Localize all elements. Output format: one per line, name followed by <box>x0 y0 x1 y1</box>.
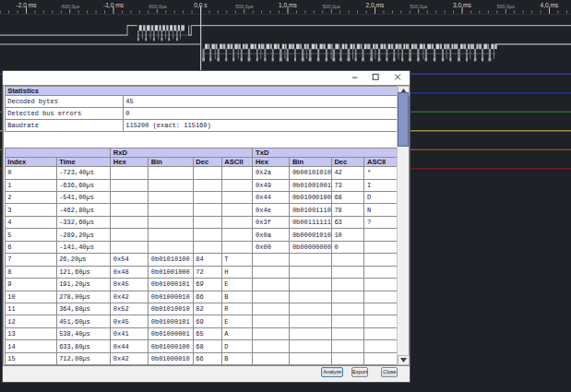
svg-text:1,0 ms: 1,0 ms <box>279 2 297 8</box>
svg-text:-2,0 ms: -2,0 ms <box>17 2 38 8</box>
svg-text:500,0µs: 500,0µs <box>410 4 428 9</box>
svg-text:4,0 ms: 4,0 ms <box>541 2 559 8</box>
svg-text:3,0 ms: 3,0 ms <box>453 2 471 8</box>
svg-text:-500,0µs: -500,0µs <box>60 4 79 9</box>
svg-text:500,0µs: 500,0µs <box>235 4 254 9</box>
svg-text:500,0µs: 500,0µs <box>497 4 516 9</box>
svg-text:500,0µs: 500,0µs <box>323 4 341 9</box>
svg-text:-1,0 ms: -1,0 ms <box>103 2 125 8</box>
svg-text:2,0 ms: 2,0 ms <box>366 2 385 8</box>
svg-text:-500,0µs: -500,0µs <box>148 4 167 9</box>
